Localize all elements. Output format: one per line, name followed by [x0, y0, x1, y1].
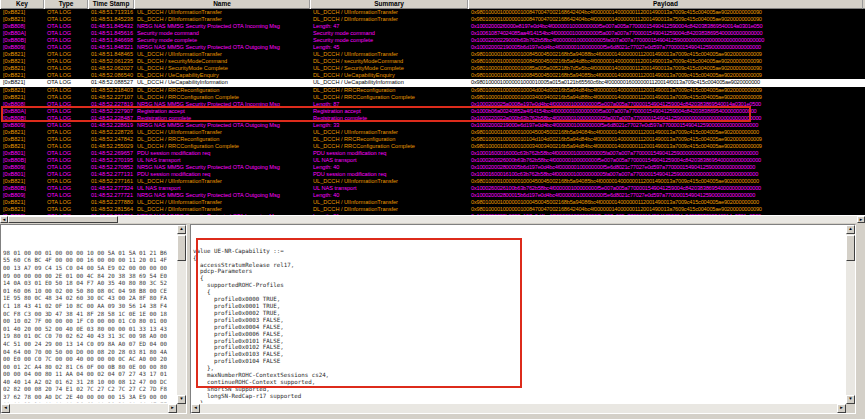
table-row[interactable]: [0xB80B] OTA LOG 01:48:52.277324 UL NAS … — [0, 185, 865, 192]
row-summary: Registration complete — [310, 115, 468, 122]
table-row[interactable]: [0xB821] OTA LOG 01:48:52.255029 UL_DCCH… — [0, 143, 865, 150]
scrollbar-thumb[interactable] — [8, 216, 118, 223]
table-row[interactable]: [0xB821] OTA LOG 01:48:52.277880 UL_DCCH… — [0, 199, 865, 206]
table-row[interactable]: [0xB80B] OTA LOG 01:48:51.846698 Securit… — [0, 37, 865, 44]
table-row[interactable]: [0xB821] OTA LOG 01:48:52.281564 DL_DCCH… — [0, 206, 865, 213]
row-key: [0xB80B] — [0, 185, 44, 192]
scrollbar-thumb[interactable] — [846, 235, 855, 261]
hex-horizontal-scrollbar[interactable]: ◄ ► — [1, 404, 177, 413]
column-header[interactable]: Payload — [468, 0, 863, 9]
row-summary: PDU session modification req — [310, 171, 468, 178]
scroll-right-icon[interactable]: ► — [837, 404, 846, 413]
row-payload: 0x9801000010000001000450045002168b5a9408… — [468, 199, 865, 206]
scrollbar-track[interactable] — [10, 404, 168, 413]
row-type: OTA LOG — [44, 192, 88, 199]
column-header[interactable]: Type — [44, 0, 88, 9]
scroll-left-icon[interactable]: ◄ — [1, 404, 10, 413]
table-horizontal-scrollbar[interactable]: ◄ ► — [0, 215, 865, 223]
row-name: UL_DCCH / UlInformationTransfer — [134, 51, 310, 58]
row-payload: 0x1000200025a0008e197e0d4bc4f00000010000… — [468, 101, 865, 108]
scrollbar-track[interactable] — [200, 404, 837, 413]
scroll-up-icon[interactable]: ▲ — [846, 225, 855, 234]
row-name: UL_DCCH / UeCapabilityInformation — [134, 79, 310, 86]
row-payload: 0x1000260026100b63b762b58bc4f00000010000… — [468, 185, 865, 192]
table-row[interactable]: [0xB821] OTA LOG 01:48:51.713316 UL_DCCH… — [0, 9, 865, 16]
table-row[interactable]: [0xB821] OTA LOG 01:48:52.062027 UL_DCCH… — [0, 65, 865, 72]
scroll-right-icon[interactable]: ► — [857, 216, 865, 223]
row-summary: Length: 40 — [310, 192, 468, 199]
hex-line: 55 60 C6 BC 4F 00 00 00 16 00 00 00 11 2… — [3, 257, 176, 265]
row-timestamp: 01:48:52.247842 — [88, 136, 134, 143]
row-timestamp: 01:48:51.848465 — [88, 51, 134, 58]
row-name: PDU session modification req — [134, 150, 310, 157]
table-row[interactable]: [0xB821] OTA LOG 01:48:52.218403 DL_DCCH… — [0, 87, 865, 94]
row-timestamp: 01:48:52.277131 — [88, 171, 134, 178]
row-key: [0xB821] — [0, 87, 44, 94]
row-summary: Length: 40 — [310, 164, 468, 171]
row-summary: UL NAS transport — [310, 185, 468, 192]
scrollbar-corner — [846, 404, 855, 413]
table-row[interactable]: [0xB80B] OTA LOG 01:48:52.270195 UL NAS … — [0, 157, 865, 164]
scroll-down-icon[interactable]: ▼ — [846, 395, 855, 404]
scrollbar-track[interactable] — [8, 216, 857, 223]
detail-area: 98 01 00 00 01 00 00 00 10 00 5A 01 5A 0… — [0, 223, 865, 419]
scroll-up-icon[interactable]: ▲ — [177, 225, 186, 234]
hex-line: 09 00 00 00 00 2E 01 00 4C 84 20 38 38 6… — [3, 273, 176, 281]
row-type: OTA LOG — [44, 115, 88, 122]
row-type: OTA LOG — [44, 101, 88, 108]
row-name: DL_DCCH / DlInformationTransfer — [134, 206, 310, 213]
log-table: Key Type Time Stamp Name Summary Payload… — [0, 0, 865, 223]
table-row[interactable]: [0xB801] OTA LOG 01:48:52.269657 PDU ses… — [0, 150, 865, 157]
table-row[interactable]: [0xB821] OTA LOG 01:48:52.227107 UL_DCCH… — [0, 94, 865, 101]
row-timestamp: 01:48:52.277161 — [88, 178, 134, 185]
scroll-down-icon[interactable]: ▼ — [177, 395, 186, 404]
row-key: [0xB821] — [0, 136, 44, 143]
row-type: OTA LOG — [44, 206, 88, 213]
row-payload: 0x980100001000000100034003400216b5a94d84… — [468, 143, 865, 150]
row-name: UL NAS transport — [134, 185, 310, 192]
bottom-strip — [0, 415, 865, 419]
column-header[interactable]: Key — [0, 0, 44, 9]
row-type: OTA LOG — [44, 108, 88, 115]
scroll-left-icon[interactable]: ◄ — [191, 404, 200, 413]
table-row[interactable]: [0xB821] OTA LOG 01:48:52.277161 UL_DCCH… — [0, 178, 865, 185]
table-row[interactable]: [0xB821] OTA LOG 01:48:52.088527 UL_DCCH… — [0, 79, 865, 86]
table-row[interactable]: [0xB809] OTA LOG 01:48:51.848321 NR5G NA… — [0, 44, 865, 51]
table-row[interactable]: [0xB809] OTA LOG 01:48:52.270852 NR5G NA… — [0, 164, 865, 171]
table-row[interactable]: [0xB801] OTA LOG 01:48:52.277131 PDU ses… — [0, 171, 865, 178]
row-key: [0xB821] — [0, 94, 44, 101]
table-row[interactable]: [0xB808] OTA LOG 01:48:52.227819 NR5G NA… — [0, 101, 865, 108]
table-row[interactable]: [0xB80A] OTA LOG 01:48:51.845616 Securit… — [0, 30, 865, 37]
column-header[interactable]: Name — [134, 0, 310, 9]
column-header[interactable]: Summary — [310, 0, 468, 9]
table-row[interactable]: [0xB808] OTA LOG 01:48:51.845432 NR5G NA… — [0, 23, 865, 30]
scroll-right-icon[interactable]: ► — [168, 404, 177, 413]
scroll-left-icon[interactable]: ◄ — [0, 216, 8, 223]
table-row[interactable]: [0xB809] OTA LOG 01:48:52.277721 NR5G NA… — [0, 192, 865, 199]
row-name: UL_DCCH / SecurityMode Complete — [134, 65, 310, 72]
row-summary: UL_DCCH / UlInformationTransfer — [310, 129, 468, 136]
table-row[interactable]: [0xB821] OTA LOG 01:48:52.228726 UL_DCCH… — [0, 129, 865, 136]
row-payload: 0x9801000010000001008470047002168642404b… — [468, 16, 865, 23]
table-row[interactable]: [0xB821] OTA LOG 01:48:52.086540 DL_DCCH… — [0, 72, 865, 79]
table-row[interactable]: [0xB821] OTA LOG 01:48:51.848465 UL_DCCH… — [0, 51, 865, 58]
hex-vertical-scrollbar[interactable]: ▲ ▼ — [177, 225, 186, 404]
table-row[interactable]: [0xB821] OTA LOG 01:48:51.845238 DL_DCCH… — [0, 16, 865, 23]
row-name: DL_DCCH / RRCReconfiguration — [134, 87, 310, 94]
row-payload: 0x9801000010000001000450045002168b5a9408… — [468, 129, 865, 136]
row-summary: DL_DCCH / securityModeCommand — [310, 58, 468, 65]
table-row[interactable]: [0xB80B] OTA LOG 01:48:52.228487 Registr… — [0, 115, 865, 122]
table-row[interactable]: [0xB821] OTA LOG 01:48:52.247842 DL_DCCH… — [0, 136, 865, 143]
column-header[interactable]: Time Stamp — [88, 0, 134, 9]
row-timestamp: 01:48:51.848321 — [88, 44, 134, 51]
table-row[interactable]: [0xB821] OTA LOG 01:48:52.061235 DL_DCCH… — [0, 58, 865, 65]
decode-line: { — [193, 255, 845, 262]
decode-vertical-scrollbar[interactable]: ▲ ▼ — [846, 225, 855, 404]
decode-line: longSN-RedCap-r17 supported — [193, 393, 845, 400]
table-row[interactable]: [0xB809] OTA LOG 01:48:52.228619 NR5G NA… — [0, 122, 865, 129]
scrollbar-thumb[interactable] — [177, 235, 186, 261]
decode-horizontal-scrollbar[interactable]: ◄ ► — [191, 404, 846, 413]
row-timestamp: 01:48:52.086540 — [88, 72, 134, 79]
table-row[interactable]: [0xB80A] OTA LOG 01:48:52.227907 Registr… — [0, 108, 865, 115]
row-type: OTA LOG — [44, 16, 88, 23]
